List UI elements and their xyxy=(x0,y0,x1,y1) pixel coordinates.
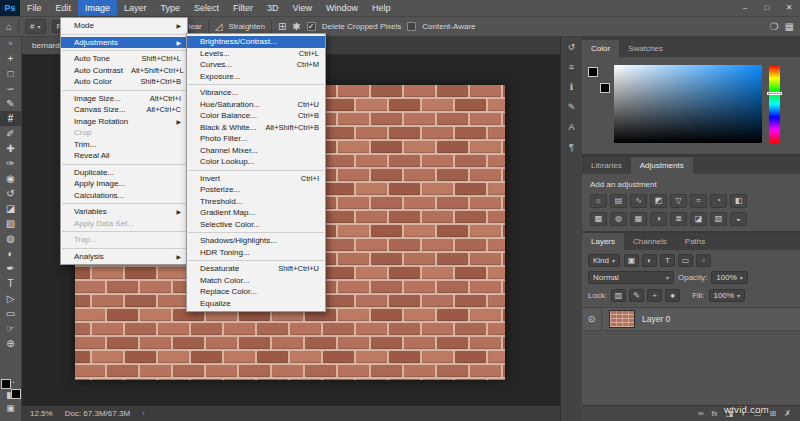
home-icon[interactable]: ⌂ xyxy=(6,22,12,32)
color-balance-adjustment-icon[interactable]: ◔ xyxy=(710,194,727,208)
layer-visibility-eye-icon[interactable]: ⊙ xyxy=(582,307,602,331)
color-lookup-adjustment-icon[interactable]: ▦ xyxy=(630,212,647,226)
foreground-color-swatch[interactable] xyxy=(11,389,21,399)
menu-item-canvas-size[interactable]: Canvas Size...Alt+Ctrl+C xyxy=(61,104,187,116)
photo-filter-adjustment-icon[interactable]: ▩ xyxy=(590,212,607,226)
saturation-brightness-picker[interactable] xyxy=(614,65,762,143)
menu-item-adjustments[interactable]: Adjustments▶ xyxy=(61,37,187,49)
menu-item-calculations[interactable]: Calculations... xyxy=(61,190,187,202)
menu-edit[interactable]: Edit xyxy=(49,0,79,16)
menu-item-replace-color[interactable]: Replace Color... xyxy=(187,286,325,298)
menu-item-variables[interactable]: Variables▶ xyxy=(61,206,187,218)
eyedropper-tool[interactable]: ✐ xyxy=(0,126,21,141)
menu-item-brightness-contrast[interactable]: Brightness/Contrast... xyxy=(187,36,325,48)
crop-overlay-icon[interactable]: ⊞ xyxy=(278,22,286,32)
rectangular-marquee-tool[interactable]: □ xyxy=(0,66,21,81)
type-tool[interactable]: T xyxy=(0,276,21,291)
black-white-adjustment-icon[interactable]: ◧ xyxy=(730,194,747,208)
foreground-color-swatch[interactable] xyxy=(588,67,598,77)
panel-color-swatches[interactable] xyxy=(588,67,610,93)
menu-item-vibrance[interactable]: Vibrance... xyxy=(187,87,325,99)
delete-layer-icon[interactable]: ✗ xyxy=(784,409,791,418)
screen-mode-icon[interactable]: ▣ xyxy=(0,402,21,415)
menu-item-levels[interactable]: Levels...Ctrl+L xyxy=(187,48,325,60)
menu-item-channel-mixer[interactable]: Channel Mixer... xyxy=(187,145,325,157)
menu-item-hue-saturation[interactable]: Hue/Saturation...Ctrl+U xyxy=(187,99,325,111)
menu-item-image-size[interactable]: Image Size...Alt+Ctrl+I xyxy=(61,93,187,105)
chevron-right-icon[interactable]: › xyxy=(142,410,144,417)
properties-panel-icon[interactable]: ≡ xyxy=(561,57,582,77)
gradient-tool[interactable]: ▧ xyxy=(0,216,21,231)
menu-item-desaturate[interactable]: DesaturateShift+Ctrl+U xyxy=(187,263,325,275)
spot-healing-brush-tool[interactable]: ✚ xyxy=(0,141,21,156)
layer-filter-kind-select[interactable]: Kind ▾ xyxy=(588,254,620,267)
menu-item-shadows-highlights[interactable]: Shadows/Highlights... xyxy=(187,235,325,247)
background-color-swatch[interactable] xyxy=(1,379,11,389)
clone-stamp-tool[interactable]: ◉ xyxy=(0,171,21,186)
menu-item-match-color[interactable]: Match Color... xyxy=(187,275,325,287)
lock-all-icon[interactable]: ● xyxy=(665,289,680,302)
menu-view[interactable]: View xyxy=(286,0,319,16)
menu-window[interactable]: Window xyxy=(319,0,365,16)
vibrance-adjustment-icon[interactable]: ▽ xyxy=(670,194,687,208)
crop-settings-gear-icon[interactable]: ✱ xyxy=(292,22,300,32)
filter-adjustment-layers-icon[interactable]: ◐ xyxy=(642,254,657,267)
menu-image[interactable]: Image xyxy=(78,0,117,16)
curves-adjustment-icon[interactable]: ∿ xyxy=(630,194,647,208)
eraser-tool[interactable]: ◪ xyxy=(0,201,21,216)
menu-item-curves[interactable]: Curves...Ctrl+M xyxy=(187,59,325,71)
menu-item-posterize[interactable]: Posterize... xyxy=(187,184,325,196)
filter-smart-objects-icon[interactable]: ▫ xyxy=(696,254,711,267)
menu-item-auto-contrast[interactable]: Auto ContrastAlt+Shift+Ctrl+L xyxy=(61,65,187,77)
opacity-value-select[interactable]: 100% ▾ xyxy=(711,271,747,284)
link-layers-icon[interactable]: ∞ xyxy=(698,409,704,418)
menu-item-image-rotation[interactable]: Image Rotation▶ xyxy=(61,116,187,128)
filter-type-layers-icon[interactable]: T xyxy=(660,254,675,267)
straighten-button[interactable]: Straighten xyxy=(228,22,264,31)
invert-adjustment-icon[interactable]: ◑ xyxy=(650,212,667,226)
move-tool[interactable]: + xyxy=(0,51,21,66)
menu-layer[interactable]: Layer xyxy=(117,0,154,16)
zoom-level[interactable]: 12.5% xyxy=(30,409,53,418)
menu-item-trim[interactable]: Trim... xyxy=(61,139,187,151)
info-panel-icon[interactable]: ℹ xyxy=(561,77,582,97)
pen-tool[interactable]: ✒ xyxy=(0,261,21,276)
filter-pixel-layers-icon[interactable]: ▣ xyxy=(624,254,639,267)
history-brush-tool[interactable]: ↺ xyxy=(0,186,21,201)
menu-file[interactable]: File xyxy=(20,0,49,16)
brightness-contrast-adjustment-icon[interactable]: ☼ xyxy=(590,194,607,208)
crop-tool-preset-button[interactable]: # ▾ xyxy=(25,19,45,34)
posterize-adjustment-icon[interactable]: ≣ xyxy=(670,212,687,226)
menu-help[interactable]: Help xyxy=(365,0,398,16)
menu-item-apply-data-set[interactable]: Apply Data Set... xyxy=(61,218,187,230)
history-panel-icon[interactable]: ↺ xyxy=(561,37,582,57)
menu-item-color-lookup[interactable]: Color Lookup... xyxy=(187,156,325,168)
lasso-tool[interactable]: ∽ xyxy=(0,81,21,96)
menu-item-gradient-map[interactable]: Gradient Map... xyxy=(187,207,325,219)
menu-item-threshold[interactable]: Threshold... xyxy=(187,196,325,208)
workspace-switcher-icon[interactable]: ▦ xyxy=(785,22,794,32)
menu-item-apply-image[interactable]: Apply Image... xyxy=(61,178,187,190)
hue-slider-handle[interactable] xyxy=(767,92,782,95)
menu-item-equalize[interactable]: Equalize xyxy=(187,298,325,310)
menu-item-selective-color[interactable]: Selective Color... xyxy=(187,219,325,231)
paragraph-panel-icon[interactable]: ¶ xyxy=(561,137,582,157)
background-color-swatch[interactable] xyxy=(600,83,610,93)
tab-color[interactable]: Color xyxy=(582,40,619,57)
menu-filter[interactable]: Filter xyxy=(226,0,260,16)
delete-cropped-pixels-checkbox[interactable] xyxy=(307,22,316,31)
menu-item-auto-color[interactable]: Auto ColorShift+Ctrl+B xyxy=(61,76,187,88)
tab-adjustments[interactable]: Adjustments xyxy=(631,157,693,174)
menu-select[interactable]: Select xyxy=(187,0,226,16)
menu-item-crop[interactable]: Crop xyxy=(61,127,187,139)
threshold-adjustment-icon[interactable]: ◪ xyxy=(690,212,707,226)
character-panel-icon[interactable]: A xyxy=(561,117,582,137)
brushes-panel-icon[interactable]: ✎ xyxy=(561,97,582,117)
menu-item-reveal-all[interactable]: Reveal All xyxy=(61,150,187,162)
exposure-adjustment-icon[interactable]: ◩ xyxy=(650,194,667,208)
menu-item-hdr-toning[interactable]: HDR Toning... xyxy=(187,247,325,259)
lock-transparency-icon[interactable]: ▨ xyxy=(611,289,626,302)
menu-type[interactable]: Type xyxy=(154,0,188,16)
crop-tool[interactable]: # xyxy=(0,111,21,126)
menu-item-auto-tone[interactable]: Auto ToneShift+Ctrl+L xyxy=(61,53,187,65)
